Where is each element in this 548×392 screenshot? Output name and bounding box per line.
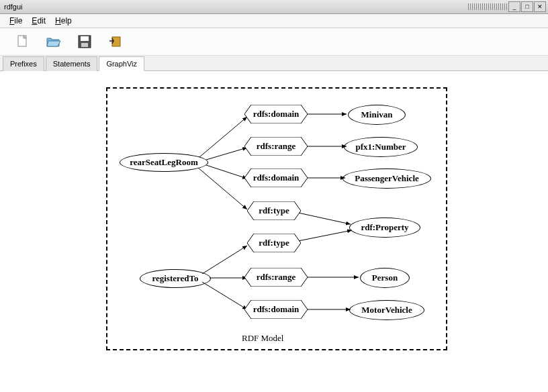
tab-statements[interactable]: Statements: [46, 56, 98, 71]
hex-rdfs-domain-3[interactable]: rdfs:domain: [244, 300, 308, 319]
menu-edit[interactable]: Edit: [32, 16, 46, 26]
svg-rect-3: [81, 43, 88, 47]
toolbar: [0, 28, 548, 56]
run-icon[interactable]: [106, 34, 125, 50]
svg-rect-2: [81, 36, 89, 41]
menu-file[interactable]: File: [9, 16, 22, 26]
node-person[interactable]: Person: [360, 268, 410, 288]
save-icon[interactable]: [75, 34, 94, 50]
node-registeredto[interactable]: registeredTo: [140, 269, 211, 288]
open-folder-icon[interactable]: [44, 34, 63, 50]
close-button[interactable]: ✕: [534, 1, 546, 12]
titlebar-grip: [468, 3, 508, 10]
hex-rdf-type-2[interactable]: rdf:type: [247, 234, 301, 252]
minimize-button[interactable]: _: [508, 1, 520, 12]
hex-rdf-type-1[interactable]: rdf:type: [247, 201, 301, 220]
hex-rdfs-domain-2[interactable]: rdfs:domain: [244, 168, 308, 187]
window-title: rdfgui: [2, 3, 468, 11]
node-motor-vehicle[interactable]: MotorVehicle: [349, 300, 424, 320]
graph-canvas[interactable]: RDF Model rearSeatLegRoom registeredTo r…: [0, 71, 548, 380]
node-pfx1-number[interactable]: pfx1:Number: [344, 137, 418, 157]
menu-bar: File Edit Help: [0, 14, 548, 28]
tab-prefixes[interactable]: Prefixes: [3, 56, 44, 71]
maximize-button[interactable]: □: [521, 1, 533, 12]
node-passenger-vehicle[interactable]: PassengerVehicle: [342, 168, 431, 189]
hex-rdfs-domain-1[interactable]: rdfs:domain: [244, 105, 308, 124]
window-titlebar[interactable]: rdfgui _ □ ✕: [0, 0, 548, 14]
hex-rdfs-range-2[interactable]: rdfs:range: [244, 268, 308, 287]
tab-bar: Prefixes Statements GraphViz: [0, 56, 548, 71]
menu-help[interactable]: Help: [55, 16, 72, 26]
node-minivan[interactable]: Minivan: [348, 105, 406, 125]
graph-cluster-label: RDF Model: [242, 333, 283, 344]
tab-graphviz[interactable]: GraphViz: [99, 56, 144, 71]
hex-rdfs-range-1[interactable]: rdfs:range: [244, 137, 308, 156]
new-file-icon[interactable]: [13, 34, 32, 50]
node-rearseatlegroom[interactable]: rearSeatLegRoom: [120, 153, 208, 172]
node-rdf-property[interactable]: rdf:Property: [349, 217, 420, 238]
